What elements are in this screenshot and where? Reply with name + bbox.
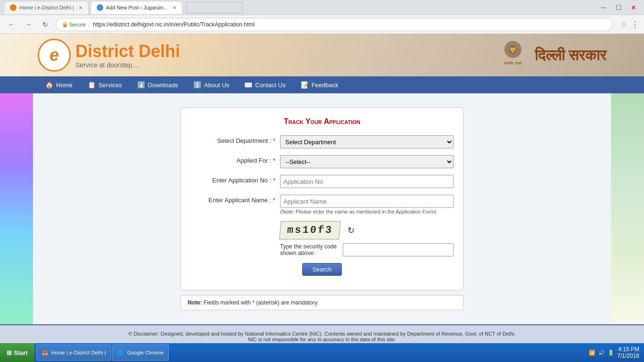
- services-icon: 📋: [88, 81, 96, 89]
- applied-required: *: [273, 157, 275, 164]
- captcha-control: ms10f3 ↻ Type the security code shown ab…: [280, 221, 454, 256]
- close-btn[interactable]: ✕: [627, 1, 640, 14]
- nav-about[interactable]: ℹ️ About Us: [186, 76, 237, 93]
- nav-contact-label: Contact Us: [255, 82, 285, 89]
- svg-text:सत्यमेव जयते: सत्यमेव जयते: [504, 61, 521, 66]
- form-title: Track Your Application: [190, 117, 454, 126]
- captcha-input-row: Type the security code shown above:: [280, 243, 454, 256]
- nav-feedback[interactable]: 📝 Feedback: [293, 76, 346, 93]
- about-icon: ℹ️: [193, 81, 201, 89]
- security-code-label: Type the security code shown above:: [280, 243, 338, 256]
- appno-row: Enter Application No : *: [190, 175, 454, 188]
- dept-select[interactable]: Select Department: [280, 135, 454, 148]
- taskbar: ⊞ Start 🦊 Home | e-District Delhi | 🌐 Go…: [0, 343, 644, 362]
- note-suffix: (asterisk) are mandatory.: [256, 299, 319, 306]
- maximize-btn[interactable]: ☐: [612, 1, 625, 14]
- forward-btn[interactable]: →: [22, 18, 35, 31]
- browser-controls: ← → ↻ 🔒 Secure | https://edistrict.delhi…: [0, 15, 644, 34]
- tab-label-1: Home | e-District Delhi |: [19, 5, 74, 10]
- back-btn[interactable]: ←: [5, 18, 18, 31]
- search-button[interactable]: Search: [302, 263, 341, 276]
- taskbar-item-1[interactable]: 🦊 Home | e-District Delhi |: [36, 345, 111, 361]
- dept-row: Select Department : * Select Department: [190, 135, 454, 148]
- taskbar-item-1-label: Home | e-District Delhi |: [51, 350, 106, 355]
- captcha-row: ms10f3 ↻ Type the security code shown ab…: [190, 221, 454, 256]
- contact-icon: ✉️: [244, 81, 252, 89]
- disclaimer-line2: NIC is not responsible for any in-acuura…: [6, 337, 638, 342]
- refresh-btn[interactable]: ↻: [39, 18, 52, 31]
- left-decoration: [0, 93, 33, 324]
- new-tab-btn[interactable]: [186, 2, 243, 13]
- india-emblem: 🦁 सत्यमेव जयते: [499, 40, 527, 71]
- nav-downloads-label: Downloads: [148, 82, 178, 89]
- taskbar-item-2[interactable]: 🌐 Google Chrome: [112, 345, 169, 361]
- captcha-input[interactable]: [343, 243, 454, 256]
- taskbar-items: 🦊 Home | e-District Delhi | 🌐 Google Chr…: [36, 345, 585, 361]
- site-header: e District Delhi Service at doorstep....…: [0, 34, 644, 76]
- name-label: Enter Applicant Name : *: [190, 195, 275, 204]
- browser-tab-2[interactable]: Add New Post ‹ Jugaruin... ✕: [91, 1, 182, 14]
- header-text: District Delhi Service at doorstep....: [75, 41, 180, 69]
- tab-label-2: Add New Post ‹ Jugaruin...: [106, 5, 168, 10]
- logo-section: e District Delhi Service at doorstep....: [38, 39, 180, 72]
- clock: 4:15 PM 7/1/2018: [617, 346, 639, 359]
- tab-favicon-1: [10, 4, 17, 11]
- app-no-input[interactable]: [280, 175, 454, 188]
- right-decoration: [611, 93, 644, 324]
- home-icon: 🏠: [45, 81, 53, 89]
- nav-services[interactable]: 📋 Services: [80, 76, 130, 93]
- tab-close-1[interactable]: ✕: [79, 5, 83, 10]
- name-hint: (Note: Please enter the name as mentione…: [280, 209, 454, 214]
- menu-btn[interactable]: ⋮: [631, 19, 639, 30]
- tray-battery: 🔋: [608, 350, 614, 356]
- note-prefix: Note:: [188, 299, 202, 306]
- minimize-btn[interactable]: ─: [597, 1, 610, 14]
- dept-required: *: [273, 137, 275, 144]
- header-right: 🦁 सत्यमेव जयते दिल्ली सरकार: [499, 40, 606, 71]
- site-name: District Delhi: [75, 41, 180, 61]
- taskbar-tray: 📶 🔊 🔋 4:15 PM 7/1/2018: [584, 346, 644, 359]
- track-application-form: Track Your Application Select Department…: [181, 107, 463, 290]
- nav-about-label: About Us: [204, 82, 229, 89]
- disclaimer-line1: © Disclaimer: Designed, developed and ho…: [6, 331, 638, 337]
- name-required: *: [273, 197, 275, 204]
- dept-control: Select Department: [280, 135, 454, 148]
- captcha-wrapper: ms10f3: [280, 221, 340, 239]
- captcha-refresh-btn[interactable]: ↻: [347, 225, 355, 236]
- address-bar[interactable]: 🔒 Secure | https://edistrict.delhigovt.n…: [56, 18, 613, 31]
- browser-tab-1[interactable]: Home | e-District Delhi | ✕: [4, 1, 89, 14]
- applied-row: Applied For : * --Select--: [190, 155, 454, 168]
- govt-name: दिल्ली सरकार: [535, 47, 606, 64]
- tab-close-2[interactable]: ✕: [173, 5, 176, 10]
- applied-control: --Select--: [280, 155, 454, 168]
- downloads-icon: ⬇️: [137, 81, 145, 89]
- taskbar-item-2-icon: 🌐: [117, 349, 124, 356]
- clock-time: 4:15 PM: [617, 346, 639, 353]
- clock-date: 7/1/2018: [617, 353, 639, 359]
- url-text: https://edistrict.delhigovt.nic.in/in/en…: [93, 21, 255, 28]
- nav-home[interactable]: 🏠 Home: [38, 76, 80, 93]
- start-label: Start: [14, 349, 28, 356]
- site-tagline: Service at doorstep....: [75, 61, 180, 69]
- dept-label: Select Department : *: [190, 135, 275, 144]
- appno-control: [280, 175, 454, 188]
- name-row: Enter Applicant Name : * (Note: Please e…: [190, 195, 454, 214]
- nav-downloads[interactable]: ⬇️ Downloads: [130, 76, 186, 93]
- windows-icon: ⊞: [7, 349, 12, 356]
- search-btn-row: Search: [190, 263, 454, 276]
- applied-select[interactable]: --Select--: [280, 155, 454, 168]
- bookmark-btn[interactable]: ☆: [620, 20, 627, 29]
- main-content: Track Your Application Select Department…: [0, 93, 644, 324]
- nav-contact[interactable]: ✉️ Contact Us: [237, 76, 293, 93]
- taskbar-item-1-icon: 🦊: [41, 349, 49, 356]
- appno-label: Enter Application No : *: [190, 175, 275, 184]
- start-button[interactable]: ⊞ Start: [0, 343, 34, 362]
- url-separator: |: [89, 21, 90, 28]
- logo-e: e: [50, 45, 59, 65]
- feedback-icon: 📝: [301, 81, 309, 89]
- nav-bar: 🏠 Home 📋 Services ⬇️ Downloads ℹ️ About …: [0, 76, 644, 93]
- tab-favicon-2: [97, 4, 103, 11]
- browser-titlebar: Home | e-District Delhi | ✕ Add New Post…: [0, 0, 644, 15]
- applicant-name-input[interactable]: [280, 195, 454, 208]
- secure-badge: 🔒 Secure: [62, 21, 86, 27]
